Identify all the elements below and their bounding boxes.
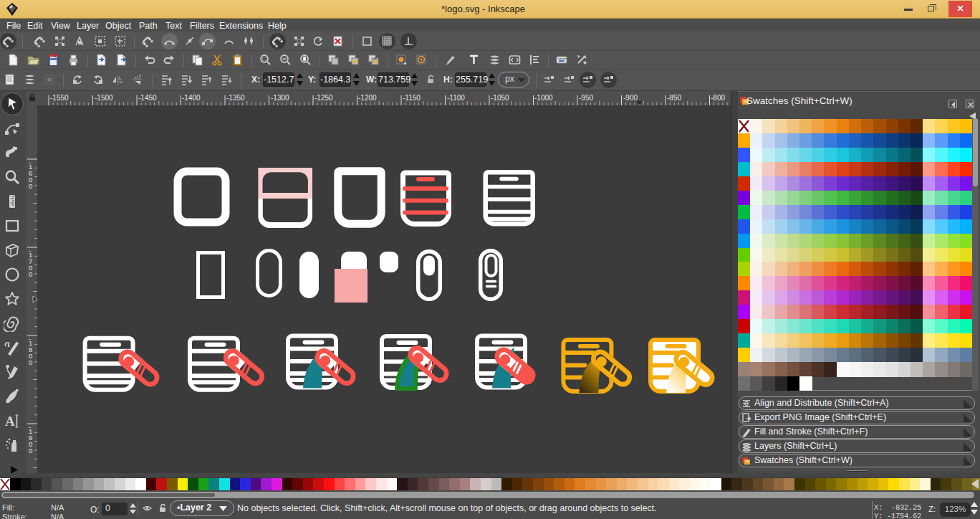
svg-text:-1550: -1550 [50,94,69,102]
svg-text:-850: -850 [667,94,681,102]
svg-text:-1350: -1350 [226,94,245,102]
svg-text:-900: -900 [623,94,638,102]
svg-text:A: A [5,414,15,429]
svg-text:-1400: -1400 [182,94,201,102]
svg-text:-1300: -1300 [271,94,289,102]
svg-text:-1150: -1150 [403,94,421,102]
svg-text:-1200: -1200 [358,94,377,102]
svg-text:-800: -800 [711,94,725,102]
svg-text:-1000: -1000 [534,94,553,102]
svg-text:-1250: -1250 [314,94,333,102]
svg-text:-950: -950 [579,94,593,102]
svg-text:0: 0 [29,358,32,366]
svg-text:0: 0 [29,447,32,454]
svg-text:-1100: -1100 [447,94,465,102]
svg-text:-1450: -1450 [138,94,157,102]
svg-text:0: 0 [29,270,32,278]
svg-text:0: 0 [29,182,32,190]
svg-text:-1050: -1050 [491,94,509,102]
svg-text:-1500: -1500 [95,94,113,102]
